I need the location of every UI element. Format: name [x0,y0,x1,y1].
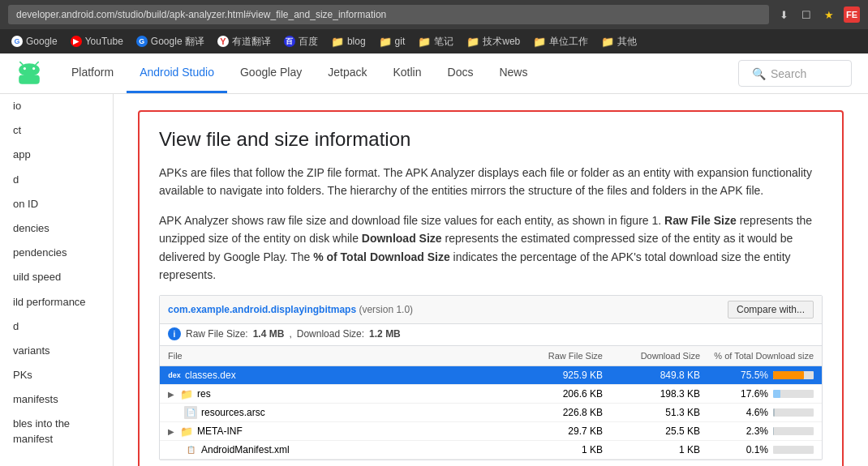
sidebar-item-d2[interactable]: d [0,314,113,339]
pct-value: 4.6% [746,407,768,418]
pct-value: 0.1% [746,444,768,455]
nav-item-platform[interactable]: Platform [58,53,127,93]
sidebar-item-variants[interactable]: variants [0,339,113,363]
table-row[interactable]: dex classes.dex 925.9 KB 849.8 KB 75.5% [160,366,822,385]
file-cell: dex classes.dex [168,369,522,382]
sidebar-item-io[interactable]: io [0,94,113,118]
bookmark-other[interactable]: 📁 其他 [596,33,642,50]
sidebar-item-app[interactable]: app [0,143,113,167]
progress-fill [773,371,804,379]
nav-item-jetpack[interactable]: Jetpack [315,53,380,93]
nav-item-docs[interactable]: Docs [435,53,487,93]
svg-point-2 [32,67,35,70]
nav-items: Platform Android Studio Google Play Jetp… [58,53,738,93]
folder-icon: 📁 [418,36,431,48]
bookmark-notes[interactable]: 📁 笔记 [413,33,458,50]
gtranslate-favicon: G [136,36,148,47]
file-cell: 📋 AndroidManifest.xml [168,443,522,456]
bookmark-youdao-label: 有道翻译 [232,35,271,49]
raw-size: 226.8 KB [522,407,603,418]
youtube-favicon: ▶ [71,36,82,47]
nav-search[interactable]: 🔍 Search [738,60,852,87]
search-icon: 🔍 [752,67,766,80]
pct-value: 2.3% [746,425,768,437]
progress-fill [773,390,780,398]
para2-pre: APK Analyzer shows raw file size and dow… [159,214,664,227]
folder-icon: 📁 [180,425,193,438]
bookmark-tech[interactable]: 📁 技术web [462,33,525,50]
baidu-favicon: 百 [284,36,295,47]
download-icon[interactable]: ⬇ [776,6,792,23]
svg-line-4 [36,62,38,64]
bookmark-star-icon[interactable]: ★ [821,6,837,23]
bookmark-git-label: git [395,36,406,47]
pct-cell: 4.6% [700,407,814,418]
folder-icon: 📁 [601,36,614,48]
browser-bar: developer.android.com/studio/build/apk-a… [0,0,868,29]
expand-icon: ▶ [168,390,174,399]
nav-item-google-play[interactable]: Google Play [227,53,315,93]
sidebar-item-build-speed[interactable]: uild speed [0,265,113,289]
compare-button[interactable]: Compare with... [728,301,814,319]
file-name: META-INF [197,425,243,437]
google-favicon: G [11,36,23,47]
sidebar-item-build-perf[interactable]: ild performance [0,290,113,314]
bookmark-google-translate-label: Google 翻译 [151,35,204,49]
table-row[interactable]: ▶ 📁 res 206.6 KB 198.3 KB 17.6% [160,385,822,404]
svg-point-0 [19,63,40,76]
progress-bar [773,371,814,379]
raw-size: 925.9 KB [522,370,603,381]
col-pct: % of Total Download size [700,349,814,362]
folder-icon: 📁 [533,36,546,48]
progress-fill [773,427,774,435]
content-area: View file and size information APKs are … [114,94,868,466]
nav-item-android-studio[interactable]: Android Studio [127,53,227,93]
bookmark-google[interactable]: G Google [6,34,62,49]
url-bar[interactable]: developer.android.com/studio/build/apk-a… [8,5,769,24]
sidebar-item-d[interactable]: d [0,168,113,192]
nav-item-kotlin[interactable]: Kotlin [380,53,435,93]
para2-bold1: Raw File Size [664,214,737,227]
sidebar-item-dencies[interactable]: dencies [0,216,113,241]
bookmark-baidu[interactable]: 百 百度 [279,33,323,50]
bookmark-google-label: Google [26,36,58,47]
progress-bar [773,427,814,435]
para2-bold2: Download Size [362,232,442,245]
bookmark-youtube[interactable]: ▶ YouTube [66,34,128,49]
nav-bar: Platform Android Studio Google Play Jetp… [0,53,868,94]
table-row[interactable]: ▶ 📁 META-INF 29.7 KB 25.5 KB 2.3% [160,422,822,441]
file-name: AndroidManifest.xml [201,444,290,455]
bookmark-youdao[interactable]: Y 有道翻译 [213,33,276,50]
dl-size: 198.3 KB [603,388,700,400]
info-icon: i [168,327,181,340]
file-cell: ▶ 📁 res [168,387,522,400]
file-name: classes.dex [185,370,236,381]
search-label: Search [771,67,806,80]
sidebar-item-onid[interactable]: on ID [0,192,113,216]
para2-bold3: % of Total Download Size [313,250,450,263]
file-name: resources.arsc [201,407,265,418]
col-raw: Raw File Size [522,349,603,362]
bookmark-blog[interactable]: 📁 blog [326,34,371,49]
bookmark-google-translate[interactable]: G Google 翻译 [131,33,209,50]
bookmark-work[interactable]: 📁 单位工作 [528,33,593,50]
bookmark-git[interactable]: 📁 git [374,34,410,49]
cast-icon[interactable]: ☐ [798,6,814,23]
sidebar-item-manifests[interactable]: manifests [0,387,113,412]
table-row[interactable]: 📋 AndroidManifest.xml 1 KB 1 KB 0.1% [160,441,822,460]
sidebar-item-ct[interactable]: ct [0,118,113,143]
dl-size: 849.8 KB [603,370,700,381]
dl-size-value: 1.2 MB [369,328,401,340]
dl-size: 1 KB [603,444,700,455]
progress-bar [773,408,814,417]
sidebar-item-manifest-bles[interactable]: bles into the manifest [0,412,113,451]
nav-item-news[interactable]: News [486,53,540,93]
profile-icon[interactable]: FE [844,6,860,23]
bookmark-youtube-label: YouTube [85,36,123,47]
sidebar-item-pks[interactable]: PKs [0,363,113,387]
table-row[interactable]: 📄 resources.arsc 226.8 KB 51.3 KB 4.6% [160,404,822,422]
file-name: res [197,388,211,400]
sidebar-item-pendencies[interactable]: pendencies [0,241,113,265]
svg-line-3 [20,62,23,64]
raw-size-value: 1.4 MB [253,328,285,340]
